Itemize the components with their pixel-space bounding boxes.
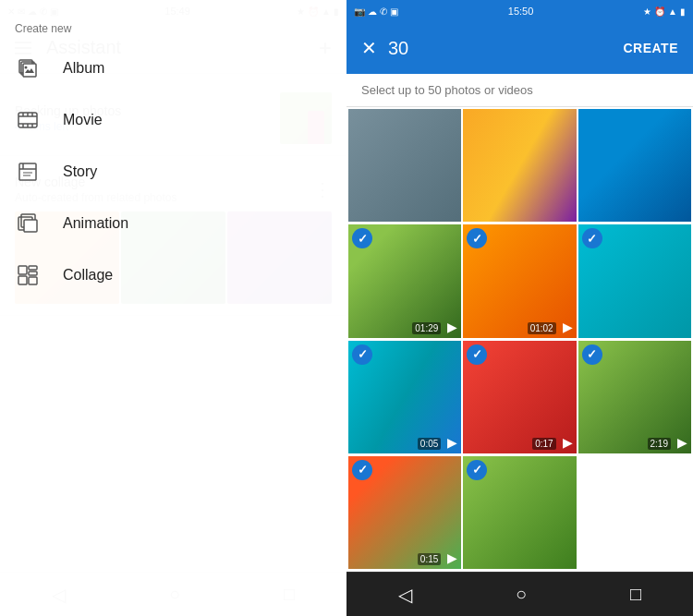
right-status-icons-right: ★ ⏰ ▲ ▮ bbox=[643, 6, 686, 17]
phone-icon-right: ✆ bbox=[380, 6, 387, 17]
check-mark: ✓ bbox=[352, 228, 372, 248]
photo-cell-5[interactable]: ✓01:02▶ bbox=[463, 224, 576, 337]
story-label: Story bbox=[63, 163, 97, 180]
story-icon bbox=[15, 159, 41, 185]
battery-right: ▮ bbox=[680, 6, 686, 17]
top-bar-right: ✕ 30 CREATE bbox=[346, 22, 693, 74]
collage-icon bbox=[15, 262, 41, 288]
play-icon: ▶ bbox=[563, 435, 573, 450]
recent-button-right[interactable]: □ bbox=[630, 584, 641, 605]
play-icon: ▶ bbox=[447, 320, 457, 334]
photo-cell-10[interactable]: ✓0:15▶ bbox=[348, 456, 461, 569]
camera-icon: 📷 bbox=[354, 6, 365, 17]
create-button[interactable]: CREATE bbox=[623, 41, 678, 55]
photo-cell-2[interactable] bbox=[463, 109, 576, 222]
extra-icon-right: ▣ bbox=[390, 6, 398, 17]
check-mark: ✓ bbox=[352, 344, 372, 365]
play-icon: ▶ bbox=[447, 550, 457, 565]
svg-rect-20 bbox=[24, 220, 37, 232]
status-bar-right: 📷 ☁ ✆ ▣ 15:50 ★ ⏰ ▲ ▮ bbox=[346, 0, 693, 22]
animation-label: Animation bbox=[63, 215, 128, 232]
menu-item-collage[interactable]: Collage bbox=[15, 249, 332, 301]
back-button-right[interactable]: ◁ bbox=[398, 584, 412, 606]
album-icon bbox=[15, 55, 41, 81]
create-new-menu: Create new Album bbox=[0, 0, 346, 616]
album-label: Album bbox=[63, 60, 104, 77]
svg-rect-2 bbox=[23, 64, 36, 77]
duration-badge: 0:05 bbox=[418, 438, 441, 450]
menu-item-movie[interactable]: Movie bbox=[15, 94, 332, 146]
bluetooth-right: ★ bbox=[643, 6, 651, 17]
movie-label: Movie bbox=[63, 112, 103, 128]
duration-badge: 0:17 bbox=[532, 438, 555, 450]
nav-bar-right: ◁ ○ □ bbox=[346, 572, 693, 616]
photo-cell-3[interactable] bbox=[578, 109, 691, 222]
svg-rect-23 bbox=[29, 272, 37, 275]
duration-badge: 01:29 bbox=[412, 322, 441, 334]
duration-badge: 01:02 bbox=[528, 322, 556, 334]
collage-label: Collage bbox=[63, 267, 113, 284]
check-mark: ✓ bbox=[467, 344, 487, 365]
svg-rect-21 bbox=[18, 266, 27, 274]
animation-icon bbox=[15, 211, 41, 236]
check-mark: ✓ bbox=[467, 228, 487, 248]
duration-badge: 0:15 bbox=[418, 553, 441, 565]
check-mark: ✓ bbox=[582, 228, 602, 248]
photo-cell-7[interactable]: ✓0:05▶ bbox=[348, 341, 461, 453]
home-button-right[interactable]: ○ bbox=[516, 584, 527, 605]
svg-rect-24 bbox=[18, 276, 27, 284]
right-status-icons-left: 📷 ☁ ✆ ▣ bbox=[354, 6, 398, 17]
menu-item-story[interactable]: Story bbox=[15, 146, 332, 198]
photo-cell-4[interactable]: ✓01:29▶ bbox=[348, 224, 461, 337]
photo-cell-9[interactable]: ✓2:19▶ bbox=[578, 341, 691, 453]
svg-point-3 bbox=[25, 66, 28, 69]
svg-rect-22 bbox=[29, 266, 37, 270]
duration-badge: 2:19 bbox=[648, 438, 671, 450]
photo-grid: ✓01:29▶✓01:02▶✓✓0:05▶✓0:17▶✓2:19▶✓0:15▶✓ bbox=[346, 107, 693, 572]
svg-rect-25 bbox=[29, 277, 37, 284]
menu-item-animation[interactable]: Animation bbox=[15, 198, 332, 249]
check-mark: ✓ bbox=[467, 460, 487, 480]
left-panel: ✕ ✉ ☁ ✆ ▣ 15:49 ★ ⏰ ▲ ▮ Assistant + Back… bbox=[0, 0, 346, 616]
right-panel: 📷 ☁ ✆ ▣ 15:50 ★ ⏰ ▲ ▮ ✕ 30 CREATE Select… bbox=[346, 0, 693, 616]
photo-cell-1[interactable] bbox=[348, 109, 461, 222]
play-icon: ▶ bbox=[447, 435, 457, 450]
create-new-label: Create new bbox=[15, 22, 332, 35]
movie-icon bbox=[15, 107, 41, 133]
alarm-right: ⏰ bbox=[654, 6, 665, 17]
cloud-icon-right: ☁ bbox=[368, 6, 377, 17]
check-mark: ✓ bbox=[352, 460, 372, 480]
selection-count: 30 bbox=[388, 38, 612, 59]
right-time: 15:50 bbox=[508, 6, 534, 17]
photo-cell-11[interactable]: ✓ bbox=[463, 456, 576, 569]
check-mark: ✓ bbox=[582, 344, 602, 365]
close-button[interactable]: ✕ bbox=[361, 37, 377, 59]
svg-rect-13 bbox=[19, 163, 36, 180]
photo-cell-8[interactable]: ✓0:17▶ bbox=[463, 341, 576, 453]
photo-cell-6[interactable]: ✓ bbox=[578, 224, 691, 337]
play-icon: ▶ bbox=[563, 320, 573, 334]
menu-item-album[interactable]: Album bbox=[15, 42, 332, 94]
select-hint: Select up to 50 photos or videos bbox=[346, 74, 693, 107]
play-icon: ▶ bbox=[677, 435, 687, 450]
signal-right: ▲ bbox=[668, 6, 677, 17]
